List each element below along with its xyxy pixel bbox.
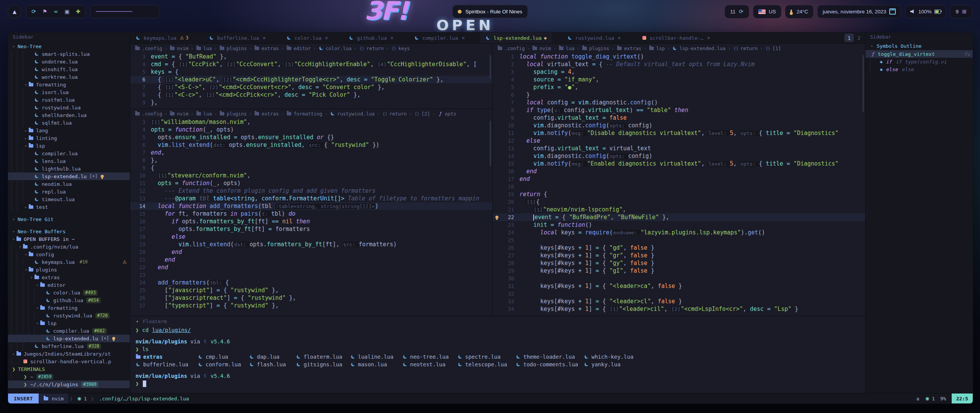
code-line-32[interactable]: 32 [493, 290, 865, 298]
code-line-27[interactable]: 27 keys[#keys + 1] = { "gr", false } [493, 252, 865, 259]
code-line-16[interactable]: 16 if opts.formatters_by_ft[ft] == nil t… [130, 218, 492, 225]
tree-item-undotree-lua[interactable]: undotree.lua [8, 58, 130, 65]
code-line-25[interactable]: 25 ["javascript"] = { "rustywind" }, [130, 286, 492, 294]
code-line-8[interactable]: 8 { [1]"<C-c>", [2]"<cmd>CccPick<cr>", d… [130, 91, 492, 99]
close-icon[interactable]: × [390, 35, 394, 41]
code-line-18[interactable]: 18 [493, 183, 865, 190]
symbols-outline-header[interactable]: ▾ Symbols Outline [866, 42, 973, 50]
tree-item-formatting[interactable]: ▾formatting [8, 81, 130, 88]
tab-compiler-lua[interactable]: compiler.lua× [409, 33, 470, 43]
code-buffer[interactable]: 3[1]"williamboman/mason.nvim",4opts = fu… [130, 118, 492, 309]
code-line-13[interactable]: 13 ---@param tbl table<string, conform.F… [130, 195, 492, 202]
floaterm-panel[interactable]: ▾ Floaterm ❯cdlua/plugins/nvim/lua/plugi… [130, 316, 865, 393]
code-line-10[interactable]: 10 [1]"stevearc/conform.nvim", [130, 172, 492, 179]
code-line-7[interactable]: 7 { [1]"<S-C->", [2]"<cmd>CccConvert<cr>… [130, 83, 492, 91]
outline-item-if[interactable]: ifif type(config.vi [866, 58, 973, 65]
code-line-21[interactable]: 21 end [130, 256, 492, 263]
tree-item-lsp-extended-lu[interactable]: lsp-extended.lu[+] [8, 172, 130, 180]
code-buffer[interactable]: 1local function toggle_diag_virtext()2 l… [493, 53, 865, 313]
code-line-7[interactable]: 7 local config = vim.diagnostic.config() [493, 99, 865, 106]
tabpage-2[interactable]: 2 [854, 34, 864, 42]
tab-lsp-extended-lua[interactable]: lsp-extended.lua● [480, 33, 552, 43]
tree-item-lens-lua[interactable]: lens.lua [8, 157, 130, 165]
code-line-15[interactable]: 15 for ft, formatters in pairs(t: tbl) d… [130, 210, 492, 218]
tree-item-config-nvim-lua[interactable]: ▾.config/nvim/lua [8, 243, 130, 250]
code-line-8[interactable]: 8 if type(v: config.virtual_text) == "ta… [493, 106, 865, 114]
code-line-3[interactable]: 3event = { "BufRead" }, [130, 53, 492, 60]
date-widget[interactable]: jueves, noviembre 16, 2023 [817, 5, 901, 18]
tree-item-winshift-lua[interactable]: winshift.lua [8, 65, 130, 73]
tab-bufferline-lua[interactable]: bufferline.lua× [204, 33, 271, 43]
tree-item-compiler-lua[interactable]: compiler.lua [8, 150, 130, 157]
tree-item-lsp[interactable]: ▾lsp [8, 319, 130, 327]
tree-item-rustywind-lua[interactable]: rustywind.lua#726 [8, 312, 130, 319]
close-icon[interactable]: × [707, 35, 710, 41]
code-line-17[interactable]: 17 opts.formatters_by_ft[ft] = formatter… [130, 225, 492, 233]
tree-item-compiler-lua[interactable]: compiler.lua#682 [8, 327, 130, 335]
tree-item-shellharden-lua[interactable]: shellharden.lua [8, 111, 130, 119]
search-input[interactable] [90, 5, 159, 18]
code-line-11[interactable]: 11 vim.notify(msg: "Disable diagnostics … [493, 129, 865, 137]
code-line-17[interactable]: 17end [493, 175, 865, 183]
updates-widget[interactable]: 11 [725, 5, 749, 18]
tree-item-lsp-extended-lu[interactable]: lsp-extended.lu[+] [8, 335, 130, 342]
code-line-14[interactable]: 14 vim.diagnostic.config(opts: config) [493, 152, 865, 160]
code-line-23[interactable]: 23 [130, 271, 492, 279]
tree-item-isort-lua[interactable]: isort.lua [8, 88, 130, 96]
code-line-20[interactable]: 20 [1]{ [493, 198, 865, 206]
code-line-9[interactable]: 9}, [130, 99, 492, 106]
close-icon[interactable]: × [617, 35, 621, 41]
terminal-output[interactable]: ❯cdlua/plugins/nvim/lua/plugins via v5.4… [130, 326, 865, 387]
code-line-15[interactable]: 15 vim.notify(msg: "Enabled diagnostics … [493, 160, 865, 167]
tree-item-editor[interactable]: ▾editor [8, 281, 130, 289]
launcher-button[interactable] [8, 5, 21, 18]
close-icon[interactable]: × [462, 35, 465, 41]
scrollbar[interactable] [490, 120, 491, 166]
code-line-7[interactable]: 7end, [130, 149, 492, 156]
code-line-26[interactable]: 26 ["javascriptreact"] = { "rustywind" }… [130, 294, 492, 302]
close-icon[interactable]: × [263, 35, 266, 41]
close-icon[interactable]: × [325, 35, 328, 41]
code-line-28[interactable]: 28 keys[#keys + 1] = { "gy", false } [493, 259, 865, 267]
code-line-16[interactable]: 16 end [493, 167, 865, 175]
volume-widget[interactable]: 100% [905, 5, 947, 18]
music-widget[interactable]: Spiritbox - Rule Of Nines [452, 5, 528, 18]
code-line-6[interactable]: 6 } [493, 91, 865, 99]
code-line-24[interactable]: 24 add_formatters(tbl: { [130, 279, 492, 286]
copy-button[interactable]: ▣ [62, 7, 72, 16]
tabpage-1[interactable]: 1 [844, 34, 854, 42]
code-line-24[interactable]: 24 local keys = require(modname: "lazyvi… [493, 229, 865, 236]
tree-item-c-n-l-plugins[interactable]: ~/.c/n/l/plugins#3980 [8, 380, 130, 388]
tree-item-linting[interactable]: ▸linting [8, 134, 130, 142]
section-header-terminals[interactable]: TERMINALS [8, 365, 130, 373]
code-line-27[interactable]: 27 ["typescript"] = { "rustywind" }, [130, 302, 492, 309]
tree-item-worktree-lua[interactable]: worktree.lua [8, 73, 130, 81]
code-line-25[interactable]: 25 [493, 236, 865, 244]
keyboard-layout-widget[interactable]: US [753, 5, 781, 18]
code-line-8[interactable]: 8}, [130, 156, 492, 164]
link-button[interactable]: ∞ [51, 7, 61, 16]
tree-item-extras[interactable]: ▾extras [8, 273, 130, 281]
outline-item-toggle-diag-virtext[interactable]: toggle_diag_virtextfu [866, 50, 973, 58]
notes-button[interactable]: ✚ [73, 7, 83, 16]
tree-item-bufferline-lua[interactable]: bufferline.lua#328 [8, 342, 130, 350]
tree-item-lang[interactable]: ▸lang [8, 127, 130, 134]
scrollbar[interactable] [490, 55, 491, 79]
tab-github-lua[interactable]: github.lua× [343, 33, 399, 43]
code-line-5[interactable]: 5 prefix = "●", [493, 83, 865, 91]
code-line-9[interactable]: 9{ [130, 164, 492, 172]
section-header-neo-tree[interactable]: ▾Neo-Tree [8, 42, 130, 50]
editor-lsp-extended-lua[interactable]: .config›nvim›lua›plugins›extras›lsp›lsp-… [493, 44, 865, 316]
tree-item-lsp[interactable]: ▾lsp [8, 142, 130, 150]
refresh-button[interactable]: ⟳ [29, 7, 39, 16]
code-line-23[interactable]: 23 init = function() [493, 221, 865, 229]
code-line-20[interactable]: 20 end [130, 248, 492, 256]
scrollbar[interactable] [862, 55, 864, 112]
tree-item-plugins[interactable]: ▾plugins [8, 266, 130, 273]
code-line-6[interactable]: 6 { [1]"<leader>uC", [2]"<cmd>CccHighlig… [130, 76, 492, 83]
code-line-22[interactable]: 22 event = { "BufReadPre", "BufNewFile" … [493, 213, 865, 221]
tree-item-smart-splits-lua[interactable]: smart-splits.lua [8, 50, 130, 58]
tree-item-lightbulb-lua[interactable]: lightbulb.lua [8, 165, 130, 172]
tree-item-item[interactable]: ~#2859 [8, 373, 130, 380]
code-line-3[interactable]: 3 spacing = 4, [493, 68, 865, 76]
